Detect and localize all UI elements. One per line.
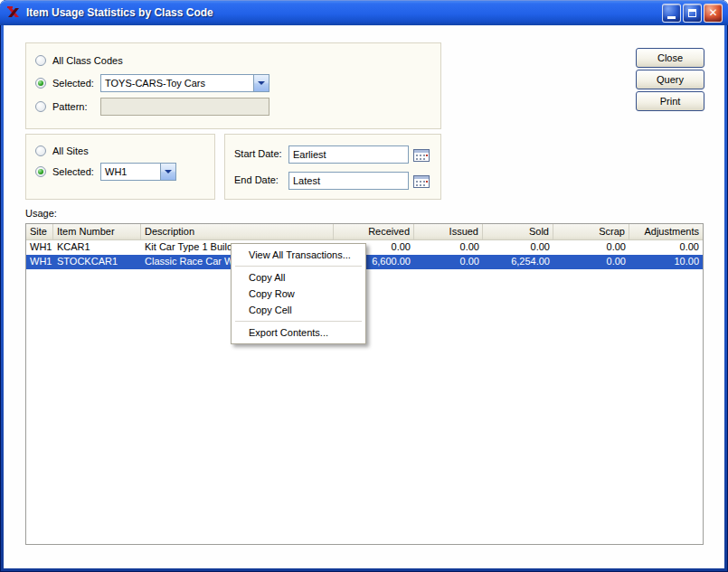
app-icon xyxy=(6,5,21,20)
selected-site-option[interactable]: Selected: xyxy=(35,164,94,179)
cell-adjustments: 0.00 xyxy=(629,240,703,255)
pattern-label: Pattern: xyxy=(52,101,88,112)
class-code-select[interactable]: TOYS-CARS-Toy Cars xyxy=(100,74,269,92)
titlebar: Item Usage Statistics by Class Code ✕ xyxy=(0,0,728,25)
col-adjustments[interactable]: Adjustments xyxy=(629,224,703,239)
selected-site-label: Selected: xyxy=(52,166,94,177)
query-button-label: Query xyxy=(657,74,684,85)
menu-item-copy-row[interactable]: Copy Row xyxy=(233,286,364,302)
sites-group: All Sites Selected: WH1 xyxy=(25,134,215,200)
usage-label: Usage: xyxy=(25,208,57,219)
col-issued[interactable]: Issued xyxy=(414,224,483,239)
context-menu: View All Transactions... Copy All Copy R… xyxy=(231,243,366,344)
start-date-input[interactable] xyxy=(288,145,409,164)
query-button[interactable]: Query xyxy=(636,70,704,89)
cell-sold: 0.00 xyxy=(483,240,553,255)
col-item-number[interactable]: Item Number xyxy=(53,224,141,239)
window-title: Item Usage Statistics by Class Code xyxy=(26,6,660,19)
cell-item-number: KCAR1 xyxy=(53,240,141,255)
cell-site: WH1 xyxy=(26,255,53,269)
titlebar-close-button[interactable]: ✕ xyxy=(704,4,723,23)
cell-item-number: STOCKCAR1 xyxy=(53,255,141,269)
menu-item-export-contents[interactable]: Export Contents... xyxy=(233,324,364,341)
col-sold[interactable]: Sold xyxy=(483,224,553,239)
client-area: All Class Codes Selected: TOYS-CARS-Toy … xyxy=(4,25,724,568)
menu-item-copy-all[interactable]: Copy All xyxy=(233,269,364,286)
end-date-input[interactable] xyxy=(288,172,409,190)
menu-item-view-all-transactions[interactable]: View All Transactions... xyxy=(233,247,364,263)
maximize-button[interactable] xyxy=(683,4,702,23)
cell-scrap: 0.00 xyxy=(553,255,629,269)
window: Item Usage Statistics by Class Code ✕ Al… xyxy=(0,0,728,572)
print-button[interactable]: Print xyxy=(636,91,704,111)
all-class-codes-radio[interactable] xyxy=(35,55,46,66)
cell-scrap: 0.00 xyxy=(553,240,629,255)
chevron-down-icon xyxy=(258,81,265,85)
all-sites-label: All Sites xyxy=(52,145,89,156)
minimize-button[interactable] xyxy=(662,4,681,23)
site-select-value: WH1 xyxy=(101,164,160,180)
start-date-label: Start Date: xyxy=(234,148,282,159)
cell-adjustments: 10.00 xyxy=(629,255,703,269)
chevron-down-icon xyxy=(165,170,172,173)
class-code-select-dropdown-button[interactable] xyxy=(253,75,269,91)
all-sites-radio[interactable] xyxy=(35,145,46,156)
menu-item-copy-cell[interactable]: Copy Cell xyxy=(233,302,364,318)
cell-issued: 0.00 xyxy=(414,240,483,255)
class-codes-group: All Class Codes Selected: TOYS-CARS-Toy … xyxy=(25,42,441,129)
selected-class-code-label: Selected: xyxy=(52,78,94,89)
calendar-icon xyxy=(413,174,430,189)
close-button[interactable]: Close xyxy=(636,48,704,68)
all-sites-option[interactable]: All Sites xyxy=(35,144,89,158)
maximize-icon xyxy=(688,9,696,17)
minimize-icon xyxy=(667,16,676,19)
col-received[interactable]: Received xyxy=(334,224,414,239)
menu-separator xyxy=(235,321,362,322)
col-description[interactable]: Description xyxy=(141,224,334,239)
all-class-codes-option[interactable]: All Class Codes xyxy=(35,53,123,68)
cell-site: WH1 xyxy=(26,240,53,255)
class-code-select-value: TOYS-CARS-Toy Cars xyxy=(101,75,253,91)
col-site[interactable]: Site xyxy=(26,224,53,239)
end-date-label: End Date: xyxy=(234,174,279,185)
cell-sold: 6,254.00 xyxy=(483,255,553,269)
close-button-label: Close xyxy=(657,52,683,63)
selected-class-code-radio[interactable] xyxy=(35,78,46,89)
site-select-dropdown-button[interactable] xyxy=(160,164,175,180)
calendar-icon xyxy=(413,148,430,163)
site-select[interactable]: WH1 xyxy=(100,163,176,181)
col-scrap[interactable]: Scrap xyxy=(553,224,629,239)
pattern-radio[interactable] xyxy=(35,101,46,112)
dates-group: Start Date: End Date: xyxy=(224,134,441,200)
selected-class-code-option[interactable]: Selected: xyxy=(35,76,94,90)
start-date-calendar-button[interactable] xyxy=(412,146,430,164)
all-class-codes-label: All Class Codes xyxy=(52,55,123,66)
selected-site-radio[interactable] xyxy=(35,166,46,177)
cell-issued: 0.00 xyxy=(414,255,483,269)
pattern-input xyxy=(100,98,269,116)
print-button-label: Print xyxy=(660,96,681,107)
menu-separator xyxy=(235,266,362,267)
end-date-calendar-button[interactable] xyxy=(412,173,430,190)
pattern-option[interactable]: Pattern: xyxy=(35,99,88,114)
usage-table-header: Site Item Number Description Received Is… xyxy=(26,224,703,240)
